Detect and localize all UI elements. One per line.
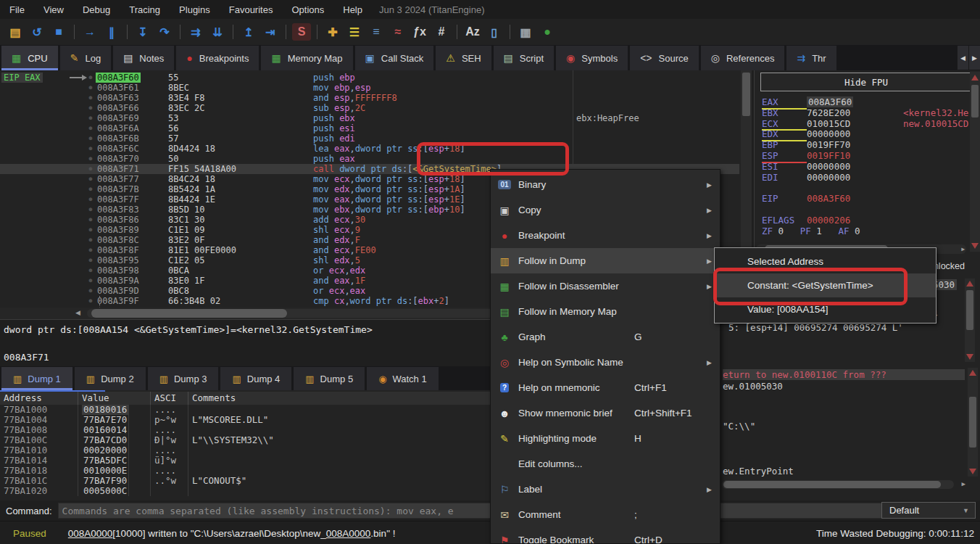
tab-log[interactable]: ✎Log xyxy=(60,46,111,70)
column-header-asci[interactable]: ASCI xyxy=(151,392,188,405)
tab-dump-2[interactable]: ▥Dump 2 xyxy=(75,367,146,390)
menu-plugins[interactable]: Plugins xyxy=(170,4,220,15)
arguments-vscrollbar[interactable] xyxy=(965,279,975,362)
breakpoint-dot-icon[interactable]: ● xyxy=(86,215,96,225)
menu-item-label[interactable]: ⚐Label▶ xyxy=(491,477,720,502)
disassembly-row[interactable]: ●008A3F6C8D4424 18lea eax,dword ptr ss:[… xyxy=(0,144,739,154)
breakpoint-dot-icon[interactable]: ● xyxy=(86,154,96,164)
breakpoint-dot-icon[interactable]: ● xyxy=(86,123,96,133)
menu-item-follow-in-memory-map[interactable]: ▤Follow in Memory Map xyxy=(491,299,720,324)
open-file-icon[interactable]: ▤ xyxy=(6,23,25,41)
tab-seh[interactable]: ⚠SEH xyxy=(436,46,491,70)
disassembly-row[interactable]: ●008A3F6B57push edi xyxy=(0,133,739,144)
tab-source[interactable]: <>Source xyxy=(630,46,699,70)
breakpoint-dot-icon[interactable]: ● xyxy=(86,194,96,205)
run-icon[interactable]: → xyxy=(80,23,99,41)
menu-item-copy[interactable]: ▣Copy▶ xyxy=(491,197,720,223)
menu-item-binary[interactable]: 01Binary▶ xyxy=(491,172,720,197)
pause-icon[interactable]: ∥ xyxy=(102,23,121,41)
registers-panel[interactable]: Hide FPU EAX008A3F60EBX7628E200<kernel32… xyxy=(754,70,980,255)
run-to-user-code-icon[interactable]: ⇥ xyxy=(261,23,280,41)
profile-dropdown[interactable]: Default ▼ xyxy=(881,502,976,519)
command-input[interactable] xyxy=(58,503,882,519)
breakpoint-dot-icon[interactable]: ● xyxy=(86,144,96,154)
step-over-icon[interactable]: ↷ xyxy=(155,23,174,41)
comment-lines-icon[interactable]: ☰ xyxy=(345,23,364,41)
menu-tracing[interactable]: Tracing xyxy=(120,4,170,15)
menu-item-highlighting-mode[interactable]: ✎Highlighting modeH xyxy=(491,426,720,451)
trace-coverage-icon[interactable]: ≡ xyxy=(367,23,386,41)
step-into-icon[interactable]: ↧ xyxy=(133,23,152,41)
modules-icon[interactable]: ▯ xyxy=(485,23,504,41)
hide-fpu-button[interactable]: Hide FPU xyxy=(760,73,972,91)
breakpoint-dot-icon[interactable]: ● xyxy=(86,296,96,306)
stack-panel[interactable]: eturn to new.0100110C from ???ew.0100503… xyxy=(720,366,980,500)
breakpoint-dot-icon[interactable]: ● xyxy=(86,133,96,144)
scroll-left-icon[interactable]: ◀ xyxy=(75,309,80,316)
breakpoint-dot-icon[interactable]: ● xyxy=(86,93,96,103)
breakpoint-dot-icon[interactable]: ● xyxy=(86,103,96,113)
stack-hscrollbar[interactable]: ▶ xyxy=(722,480,954,489)
disassembly-row[interactable]: ●008A3F6055push ebp xyxy=(0,73,739,83)
menu-item-comment[interactable]: ✉Comment; xyxy=(491,502,720,527)
tab-dump-4[interactable]: ▥Dump 4 xyxy=(220,367,291,390)
menu-debug[interactable]: Debug xyxy=(73,4,120,15)
tab-cpu[interactable]: ▦CPU xyxy=(1,46,58,70)
menu-item-follow-in-disassembler[interactable]: ▦Follow in Disassembler▶ xyxy=(491,273,720,299)
disassembly-row[interactable]: ●008A3F7050push eax xyxy=(0,154,739,164)
tab-symbols[interactable]: ◉Symbols xyxy=(556,46,628,70)
highlight-squiggle-icon[interactable]: ≈ xyxy=(389,23,407,41)
breakpoint-dot-icon[interactable]: ● xyxy=(86,286,96,296)
log-script-icon[interactable]: S xyxy=(292,23,311,41)
tab-dump-3[interactable]: ▥Dump 3 xyxy=(148,367,219,390)
tab-thr[interactable]: ⇉Thr xyxy=(786,46,836,70)
menu-item-follow-in-dump[interactable]: ▥Follow in Dump▶ xyxy=(491,248,720,273)
stop-icon[interactable]: ■ xyxy=(49,23,68,41)
calculator-icon[interactable]: ▦ xyxy=(516,23,535,41)
hash-icon[interactable]: # xyxy=(432,23,451,41)
breakpoint-dot-icon[interactable]: ● xyxy=(86,184,96,194)
menu-favourites[interactable]: Favourites xyxy=(220,4,283,15)
disassembly-row[interactable]: ●008A3F6383E4 F8and esp,FFFFFFF8 xyxy=(0,93,739,103)
breakpoint-dot-icon[interactable]: ● xyxy=(86,225,96,235)
hscroll-thumb[interactable] xyxy=(91,309,287,318)
restart-icon[interactable]: ↺ xyxy=(28,23,46,41)
menu-options[interactable]: Options xyxy=(282,4,333,15)
trace-into-icon[interactable]: ⇉ xyxy=(186,23,205,41)
tab-memory-map[interactable]: ▦Memory Map xyxy=(261,46,352,70)
menu-item-help-on-mnemonic[interactable]: ?Help on mnemonicCtrl+F1 xyxy=(491,375,720,400)
tab-call-stack[interactable]: ▣Call Stack xyxy=(355,46,434,70)
tab-references[interactable]: ◎References xyxy=(701,46,785,70)
tab-script[interactable]: ▤Script xyxy=(494,46,554,70)
execute-till-return-icon[interactable]: ↥ xyxy=(239,23,258,41)
breakpoint-dot-icon[interactable]: ● xyxy=(86,73,96,83)
breakpoint-dot-icon[interactable]: ● xyxy=(86,83,96,93)
status-address-link[interactable]: 008A0000 xyxy=(68,528,113,539)
breakpoint-dot-icon[interactable]: ● xyxy=(86,164,96,174)
tab-dump-1[interactable]: ▥Dump 1 xyxy=(1,367,72,390)
menu-view[interactable]: View xyxy=(34,4,73,15)
menu-item-graph[interactable]: ♣GraphG xyxy=(491,324,720,350)
menu-file[interactable]: File xyxy=(0,4,34,15)
breakpoint-dot-icon[interactable]: ● xyxy=(86,113,96,123)
tab-watch-1[interactable]: ◉Watch 1 xyxy=(367,367,439,390)
menu-item-breakpoint[interactable]: ●Breakpoint▶ xyxy=(491,223,720,248)
registers-vscrollbar[interactable] xyxy=(970,72,980,252)
disassembly-row[interactable]: ●008A3F6953push ebxebx:HeapFree xyxy=(0,113,739,123)
breakpoint-dot-icon[interactable]: ● xyxy=(86,174,96,184)
status-address-link[interactable]: 008A0000 xyxy=(326,528,371,539)
disassembly-row[interactable]: ●008A3F6683EC 2Csub esp,2C xyxy=(0,103,739,113)
menu-item-edit-columns[interactable]: Edit columns... xyxy=(491,451,720,477)
menu-item-toggle-bookmark[interactable]: ⚑Toggle BookmarkCtrl+D xyxy=(491,527,720,544)
menu-item-help-on-symbolic-name[interactable]: ◎Help on Symbolic Name▶ xyxy=(491,350,720,375)
disassembly-row[interactable]: ●008A3F6A56push esi xyxy=(0,123,739,133)
submenu-item-value-008aa154[interactable]: Value: [008AA154] xyxy=(715,297,936,321)
menu-item-show-mnemonic-brief[interactable]: ☻Show mnemonic briefCtrl+Shift+F1 xyxy=(491,400,720,426)
tab-breakpoints[interactable]: ●Breakpoints xyxy=(176,46,259,70)
breakpoint-dot-icon[interactable]: ● xyxy=(86,245,96,255)
breakpoint-dot-icon[interactable]: ● xyxy=(86,235,96,245)
column-header-address[interactable]: Address xyxy=(0,392,78,405)
tab-scroll-left-icon[interactable]: ◀ xyxy=(957,46,968,70)
stack-vscrollbar[interactable] xyxy=(968,368,978,477)
column-header-value[interactable]: Value xyxy=(78,392,151,405)
